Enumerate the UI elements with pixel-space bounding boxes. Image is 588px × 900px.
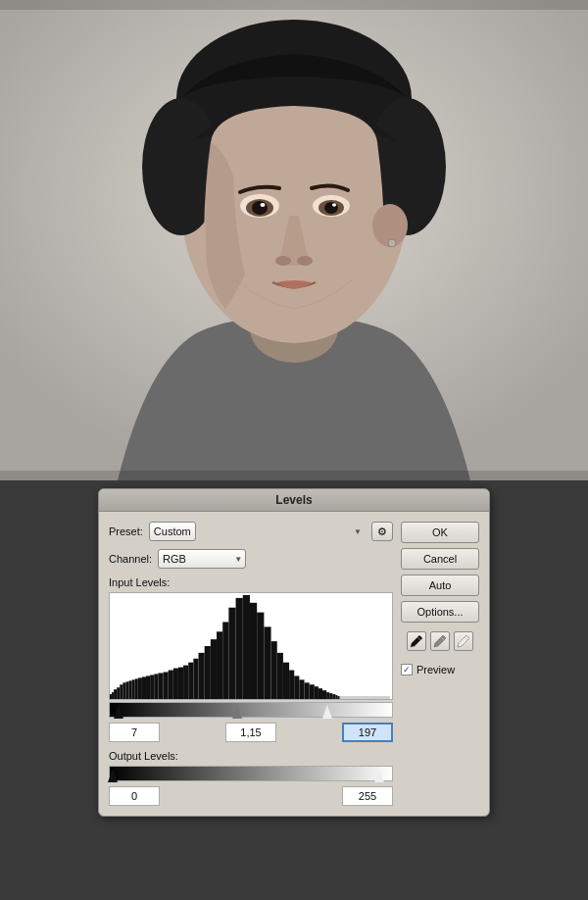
preview-checkbox[interactable]: ✓ [401, 664, 413, 675]
input-gamma-value[interactable] [225, 723, 276, 742]
svg-rect-43 [183, 666, 188, 699]
svg-point-19 [388, 239, 396, 247]
svg-rect-21 [0, 471, 588, 480]
cancel-button[interactable]: Cancel [401, 548, 479, 570]
svg-point-17 [297, 256, 313, 266]
input-black-value[interactable] [109, 723, 160, 742]
input-white-handle[interactable] [327, 703, 337, 717]
dialog-right-panel: OK Cancel Auto Options... [401, 522, 479, 806]
histogram-svg [110, 593, 392, 699]
photo-area [0, 0, 588, 480]
svg-rect-69 [329, 693, 332, 699]
svg-rect-65 [315, 686, 318, 699]
channel-select[interactable]: RGB Red Green Blue [158, 549, 246, 569]
svg-rect-50 [222, 622, 228, 699]
output-values-row [109, 786, 393, 806]
svg-rect-28 [122, 682, 125, 699]
svg-rect-44 [188, 663, 193, 699]
svg-rect-58 [277, 653, 283, 699]
preset-select[interactable]: Custom [149, 522, 196, 541]
svg-rect-54 [250, 603, 257, 699]
svg-rect-32 [135, 678, 138, 699]
svg-rect-61 [294, 675, 299, 699]
svg-rect-24 [112, 692, 114, 699]
black-eyedropper-icon [410, 634, 423, 648]
svg-rect-60 [289, 671, 294, 699]
preset-row: Preset: Custom ⚙ [109, 522, 393, 541]
options-button[interactable]: Options... [401, 601, 479, 623]
white-eyedropper-button[interactable] [454, 631, 473, 651]
output-levels-label: Output Levels: [109, 750, 393, 762]
svg-rect-33 [138, 677, 142, 699]
svg-rect-66 [318, 688, 322, 699]
white-eyedropper-icon [457, 634, 470, 648]
checkmark-icon: ✓ [403, 665, 411, 675]
svg-point-14 [324, 202, 338, 214]
svg-rect-49 [217, 631, 222, 699]
svg-rect-52 [236, 598, 243, 699]
svg-rect-25 [114, 689, 117, 699]
svg-rect-53 [243, 595, 250, 699]
eyedropper-row [401, 631, 479, 651]
svg-rect-23 [110, 694, 112, 699]
output-max-value[interactable] [342, 786, 393, 806]
input-gray-handle[interactable] [237, 703, 247, 717]
output-slider-track[interactable] [109, 766, 393, 781]
preview-label: Preview [416, 664, 455, 675]
output-white-handle[interactable] [379, 767, 389, 780]
svg-rect-73 [340, 696, 390, 699]
output-black-handle[interactable] [113, 767, 122, 780]
ok-button[interactable]: OK [401, 522, 479, 543]
channel-row: Channel: RGB Red Green Blue [109, 549, 393, 569]
input-black-handle[interactable] [119, 703, 128, 717]
svg-rect-26 [117, 687, 120, 699]
dialog-body: Preset: Custom ⚙ Channel: RGB Red [99, 512, 489, 816]
input-values-row [109, 723, 393, 742]
svg-rect-36 [150, 675, 154, 699]
svg-rect-42 [178, 668, 183, 699]
dialog-titlebar: Levels [99, 489, 489, 512]
svg-rect-47 [205, 646, 211, 699]
input-levels-label: Input Levels: [109, 576, 393, 588]
svg-rect-67 [322, 690, 326, 699]
svg-rect-64 [310, 684, 315, 699]
svg-rect-38 [158, 673, 163, 699]
svg-rect-34 [142, 676, 146, 699]
gray-eyedropper-icon [433, 634, 447, 648]
svg-rect-40 [169, 671, 173, 699]
channel-label: Channel: [109, 553, 152, 565]
svg-rect-20 [0, 0, 588, 10]
black-eyedropper-button[interactable] [407, 631, 426, 651]
svg-rect-37 [154, 674, 158, 699]
gear-icon: ⚙ [377, 525, 387, 538]
svg-rect-35 [146, 675, 150, 699]
input-slider-track[interactable] [109, 702, 393, 718]
dialog-title: Levels [275, 493, 312, 507]
output-min-value[interactable] [109, 786, 160, 806]
svg-rect-56 [264, 626, 270, 699]
svg-rect-59 [283, 663, 289, 699]
svg-rect-41 [173, 669, 178, 699]
svg-point-10 [252, 201, 268, 215]
channel-select-wrapper: RGB Red Green Blue [158, 549, 246, 569]
gear-button[interactable]: ⚙ [371, 522, 393, 541]
portrait-image [0, 0, 588, 480]
svg-rect-72 [337, 696, 339, 699]
svg-point-15 [332, 203, 336, 207]
svg-rect-70 [332, 694, 335, 699]
svg-rect-31 [132, 679, 135, 699]
preset-select-wrapper: Custom [149, 522, 366, 541]
svg-rect-27 [120, 684, 122, 699]
gray-eyedropper-button[interactable] [430, 631, 450, 651]
svg-rect-46 [199, 653, 205, 699]
svg-rect-48 [211, 639, 217, 699]
auto-button[interactable]: Auto [401, 575, 479, 596]
svg-rect-30 [129, 680, 132, 699]
svg-rect-71 [335, 695, 337, 699]
svg-point-16 [275, 256, 291, 266]
svg-rect-55 [257, 613, 264, 699]
svg-rect-39 [164, 673, 169, 699]
svg-rect-62 [299, 679, 304, 699]
svg-rect-51 [228, 608, 235, 699]
input-white-value[interactable] [342, 723, 393, 742]
